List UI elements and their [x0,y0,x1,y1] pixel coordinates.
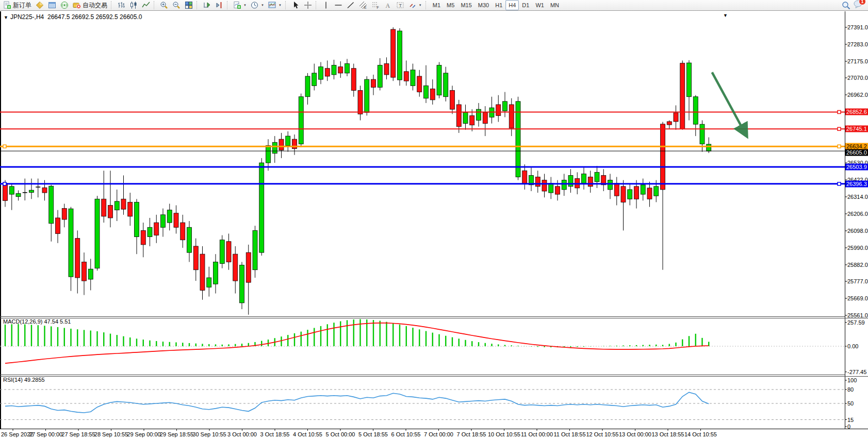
price-axis-tick: 25561.0 [847,312,868,318]
price-line-label: 26605.0 [845,149,868,156]
time-axis-label: 5 Oct 18:55 [358,431,388,437]
rsi-scale-tick: 100 [847,377,857,383]
time-axis-label: 3 Oct 18:55 [260,431,290,437]
time-axis-label: 13 Oct 18:55 [652,431,684,437]
price-line-label: 26396.3 [845,180,868,187]
price-axis-tick: 25777.0 [847,278,868,284]
time-axis-label: 6 Oct 10:55 [391,431,421,437]
price-axis-tick: 25990.0 [847,245,868,251]
time-axis-label: 14 Oct 10:55 [684,431,717,437]
time-axis-label: 30 Sep 10:55 [192,431,226,437]
chart-title: ▼JPN225-,H4 26647.5 26692.5 26592.5 2660… [4,13,142,21]
trading-terminal: { "toolbar": { "new_order": "新订单", "auto… [0,0,868,440]
time-axis-label: 29 Sep 00:00 [127,431,160,437]
macd-scale-tick: 0.00 [847,343,858,349]
time-axis-label: 4 Oct 10:55 [293,431,322,437]
time-axis-label: 27 Sep 00:00 [29,431,62,437]
price-axis-tick: 26314.0 [847,194,868,200]
price-axis-tick: 26206.0 [847,211,868,217]
price-axis-tick: 27070.0 [847,75,868,81]
rsi-scale-tick: 50 [847,400,854,407]
time-axis-label: 29 Sep 18:55 [160,431,193,437]
price-line-label: 26745.1 [845,126,868,132]
rsi-scale-tick: 0 [847,424,850,430]
price-axis-tick: 26098.0 [847,228,868,234]
time-axis-label: 10 Oct 10:55 [488,431,520,437]
rsi-scale-tick: 80 [847,386,854,393]
symbol-dropdown-icon[interactable]: ▼ [4,15,8,20]
price-axis-tick: 27175.0 [847,58,868,64]
time-axis-label: 28 Sep 10:55 [94,431,128,437]
time-axis-label: 5 Oct 00:00 [326,431,355,437]
macd-scale-tick: 257.59 [847,319,865,326]
price-axis-tick: 26962.0 [847,92,868,98]
rsi-scale-tick: 15 [847,417,854,423]
time-axis-label: 7 Oct 18:55 [457,431,486,437]
rsi-indicator-label: RSI(14) 49.2855 [3,377,45,383]
time-axis-label: 7 Oct 00:00 [424,431,453,437]
time-axis-label: 3 Oct 00:00 [227,431,257,437]
time-axis-label: 12 Oct 10:55 [586,431,619,437]
macd-scale-tick: -277.45 [847,369,866,375]
chart-ohlc-values: 26647.5 26692.5 26592.5 26605.0 [47,13,142,21]
time-axis-label: 11 Oct 00:00 [521,431,553,437]
time-axis-label: 13 Oct 00:00 [619,431,651,437]
price-line-label: 26852.6 [845,109,868,115]
price-axis-tick: 27283.0 [847,41,868,47]
time-axis-label: 27 Sep 18:55 [61,431,95,437]
macd-indicator-label: MACD(12,26,9) 47.54 5.51 [3,318,71,325]
chart-symbol-timeframe: JPN225-,H4 [10,13,44,21]
price-line-label: 26503.9 [845,163,868,170]
price-axis-tick: 25882.0 [847,262,868,268]
chart-plot[interactable] [0,0,868,440]
time-axis-label: 11 Oct 18:55 [553,431,585,437]
price-axis-tick: 25669.0 [847,295,868,301]
chart-dropdown-arrow-icon[interactable]: ▼ [723,13,728,18]
price-axis-tick: 27391.0 [847,24,868,30]
